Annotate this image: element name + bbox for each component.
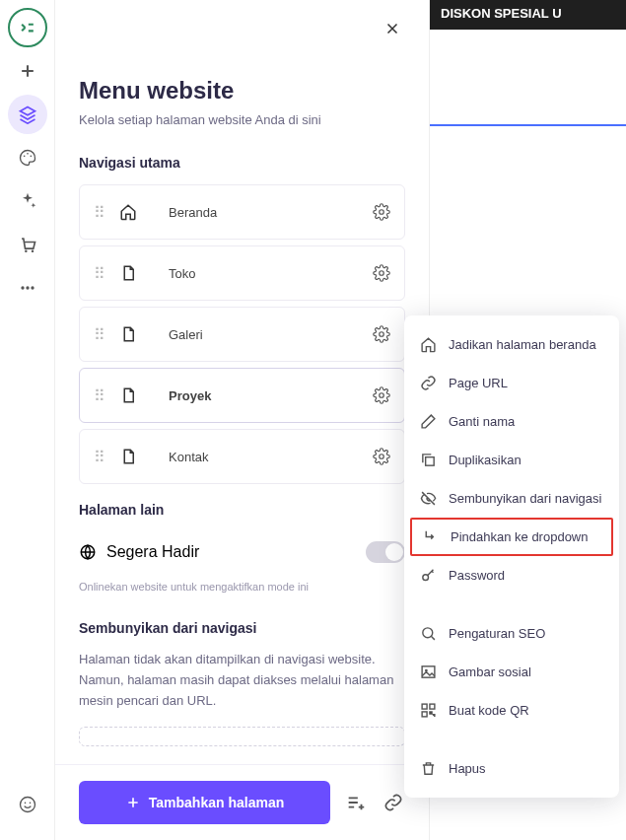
gear-icon[interactable] [373,264,390,282]
ctx-label: Buat kode QR [449,703,529,718]
panel-title: Menu website [79,77,405,105]
nav-label: Beranda [169,205,359,220]
coming-soon-toggle[interactable] [366,541,405,563]
drag-handle-icon[interactable]: ⠿ [94,325,105,344]
ctx-trash[interactable]: Hapus [404,749,619,788]
ctx-key[interactable]: Password [404,556,619,595]
section-main-nav: Navigasi utama [79,155,405,171]
menu-panel: Menu website Kelola setiap halaman websi… [55,0,430,840]
ctx-image[interactable]: Gambar sosial [404,653,619,691]
key-icon [420,567,437,584]
copy-icon [420,452,437,468]
globe-icon [79,543,97,561]
ctx-search[interactable]: Pengaturan SEO [404,614,619,653]
add-link-icon[interactable] [382,791,405,814]
promo-banner: DISKON SPESIAL U [429,0,626,30]
ctx-label: Ganti nama [449,414,515,429]
ctx-qr[interactable]: Buat kode QR [404,691,619,730]
ctx-label: Pengaturan SEO [449,626,545,641]
sparkle-icon[interactable] [8,181,47,221]
move-icon [422,528,439,545]
ctx-eye-off[interactable]: Sembunyikan dari navigasi [404,479,619,518]
nav-item-toko[interactable]: ⠿ Toko [79,245,405,301]
ctx-link[interactable]: Page URL [404,364,619,402]
logo-icon[interactable] [8,8,47,47]
ctx-label: Gambar sosial [449,665,531,679]
nav-item-kontak[interactable]: ⠿ Kontak [79,429,405,484]
page-icon [119,448,137,465]
nav-label: Galeri [169,327,359,342]
ctx-label: Pindahkan ke dropdown [451,529,589,544]
home-icon [119,203,137,221]
trash-icon [420,760,437,777]
pencil-icon [420,413,437,430]
panel-footer: Tambahkan halaman [55,764,429,840]
nav-item-proyek[interactable]: ⠿ Proyek [79,368,405,423]
qr-icon [420,702,437,719]
more-icon[interactable] [8,268,47,308]
nav-label: Toko [169,266,359,281]
palette-icon[interactable] [8,138,47,177]
nav-label: Kontak [169,450,359,464]
hide-nav-desc: Halaman tidak akan ditampilkan di naviga… [79,650,405,711]
cart-icon[interactable] [8,225,47,264]
section-other: Halaman lain [79,502,405,518]
context-menu: Jadikan halaman berandaPage URLGanti nam… [404,315,619,798]
ctx-label: Duplikasikan [449,453,522,467]
ctx-label: Jadikan halaman beranda [449,337,596,352]
drag-handle-icon[interactable]: ⠿ [94,448,105,466]
ctx-move[interactable]: Pindahkan ke dropdown [410,518,613,556]
nav-item-galeri[interactable]: ⠿ Galeri [79,307,405,362]
ctx-pencil[interactable]: Ganti nama [404,402,619,441]
ctx-copy[interactable]: Duplikasikan [404,441,619,479]
search-icon [420,625,437,642]
layers-icon[interactable] [8,95,47,134]
coming-soon-hint: Onlinekan website untuk mengaktifkan mod… [79,581,405,593]
image-icon [420,664,437,680]
gear-icon[interactable] [373,448,390,465]
link-icon [420,375,437,391]
drag-handle-icon[interactable]: ⠿ [94,203,105,222]
close-icon[interactable] [380,16,405,45]
add-list-icon[interactable] [344,791,368,814]
nav-label: Proyek [169,388,359,403]
feedback-icon[interactable] [8,785,47,824]
gear-icon[interactable] [373,203,390,221]
ctx-label: Page URL [449,376,508,390]
gear-icon[interactable] [373,325,390,343]
eye-off-icon [420,490,437,507]
ctx-home[interactable]: Jadikan halaman beranda [404,325,619,364]
drop-zone[interactable] [79,727,405,746]
ctx-label: Sembunyikan dari navigasi [449,491,601,506]
coming-soon-row: Segera Hadir [79,531,405,573]
home-icon [420,336,437,353]
section-hide-nav: Sembunyikan dari navigasi [79,620,405,636]
page-icon [119,264,137,282]
panel-subtitle: Kelola setiap halaman website Anda di si… [79,112,405,127]
add-page-button[interactable]: Tambahkan halaman [79,781,330,824]
ctx-label: Hapus [449,761,486,776]
page-icon [119,325,137,343]
left-sidebar [0,0,55,840]
page-icon [119,386,137,404]
selection-line [430,124,626,126]
add-icon[interactable] [8,51,47,91]
ctx-label: Password [449,568,505,583]
coming-soon-label: Segera Hadir [106,543,199,561]
nav-item-beranda[interactable]: ⠿ Beranda [79,184,405,240]
gear-icon[interactable] [373,386,390,404]
drag-handle-icon[interactable]: ⠿ [94,386,105,405]
drag-handle-icon[interactable]: ⠿ [94,264,105,283]
